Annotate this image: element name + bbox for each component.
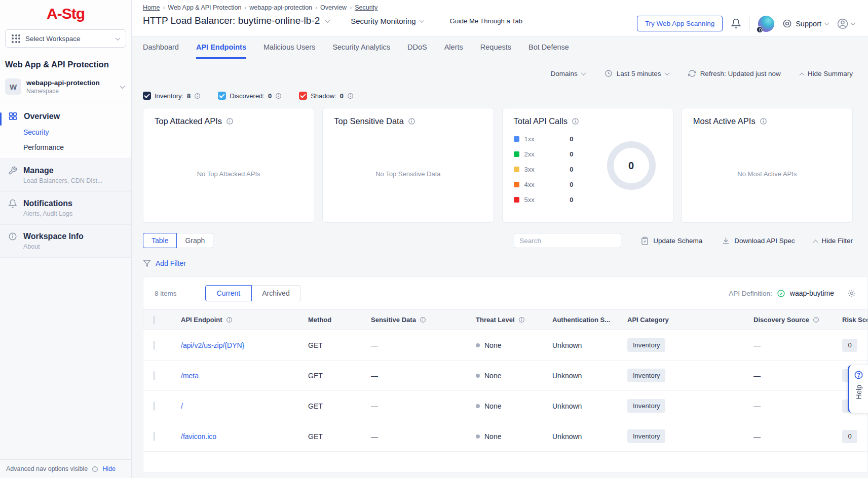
card-title: Total API Calls xyxy=(514,116,568,126)
workspace-selector[interactable]: Select Workspace xyxy=(5,29,126,48)
download-api-spec-button[interactable]: Download API Spec xyxy=(722,236,795,245)
guide-me-link[interactable]: Guide Me Through a Tab xyxy=(450,17,522,25)
endpoint-link[interactable]: /favicon.ico xyxy=(172,432,216,441)
hide-filter-toggle[interactable]: Hide Filter xyxy=(814,237,853,245)
chevron-down-icon[interactable] xyxy=(325,18,330,23)
authentication-cell: Unknown xyxy=(552,402,582,410)
update-schema-label: Update Schema xyxy=(653,237,702,245)
info-icon[interactable] xyxy=(347,93,354,99)
discovery-source-cell: — xyxy=(753,402,761,410)
api-category-chip: Inventory xyxy=(627,369,665,382)
inventory-checkbox[interactable] xyxy=(143,92,151,100)
sensitive-data-cell: — xyxy=(371,432,378,441)
counter-value: 8 xyxy=(187,92,191,100)
namespace-name: webapp-api-protection xyxy=(26,79,116,87)
info-icon[interactable] xyxy=(572,117,579,125)
info-icon xyxy=(92,466,98,472)
column-header-api-endpoint: API Endpoint xyxy=(181,316,222,324)
breadcrumb-current[interactable]: Security xyxy=(355,4,378,11)
hide-nav-link[interactable]: Hide xyxy=(102,465,116,472)
archived-tab-button[interactable]: Archived xyxy=(252,285,300,301)
row-checkbox[interactable] xyxy=(154,341,155,350)
tab-alerts[interactable]: Alerts xyxy=(444,43,463,58)
endpoint-link[interactable]: /meta xyxy=(172,372,199,380)
card-title: Most Active APIs xyxy=(693,116,756,126)
sidebar-item-performance[interactable]: Performance xyxy=(0,136,131,151)
endpoint-link[interactable]: / xyxy=(172,402,183,410)
legend-swatch xyxy=(514,167,519,172)
tab-api-endpoints[interactable]: API Endpoints xyxy=(196,43,246,59)
endpoint-link[interactable]: /api/v2/us-zip/{DYN} xyxy=(172,341,244,349)
threat-level-dot xyxy=(476,343,480,347)
help-tab[interactable]: Help xyxy=(848,365,868,413)
threat-level-dot xyxy=(476,374,480,378)
breadcrumb-item[interactable]: Web App & API Protection xyxy=(168,4,241,11)
sidebar-item-overview[interactable]: Overview xyxy=(0,111,131,121)
hide-summary-toggle[interactable]: Hide Summary xyxy=(800,70,853,77)
card-most-active-apis: Most Active APIs No Most Active APIs xyxy=(682,108,853,223)
sidebar-item-label: Overview xyxy=(24,112,60,121)
account-menu[interactable] xyxy=(837,18,855,30)
info-icon[interactable] xyxy=(813,316,819,323)
bell-icon[interactable] xyxy=(731,18,741,29)
info-icon[interactable] xyxy=(226,316,233,323)
tab-dashboard[interactable]: Dashboard xyxy=(143,43,179,58)
table-row: /favicon.ico GET — None Unknown Inventor… xyxy=(143,421,868,452)
tab-malicious-users[interactable]: Malicious Users xyxy=(263,43,315,58)
sidebar-item-security[interactable]: Security xyxy=(0,121,131,136)
tab-security-analytics[interactable]: Security Analytics xyxy=(332,43,390,58)
api-category-chip: Inventory xyxy=(627,429,665,443)
sidebar-nav-overview-group: Overview Security Performance xyxy=(0,103,131,158)
life-buoy-icon xyxy=(782,19,792,28)
api-definition-value[interactable]: waap-buytime xyxy=(790,289,834,297)
sidebar-item-label: Workspace Info xyxy=(23,232,84,241)
breadcrumb-home[interactable]: Home xyxy=(143,4,160,11)
row-checkbox[interactable] xyxy=(154,432,155,441)
info-icon[interactable] xyxy=(194,93,201,99)
graph-view-button[interactable]: Graph xyxy=(177,233,213,248)
question-circle-icon xyxy=(854,370,863,380)
gear-icon[interactable] xyxy=(847,289,856,298)
counter-inventory: Inventory: 8 xyxy=(143,92,201,100)
counter-shadow: Shadow: 0 xyxy=(299,92,354,100)
breadcrumb-separator: › xyxy=(163,4,165,11)
row-checkbox[interactable] xyxy=(154,402,155,411)
domains-dropdown[interactable]: Domains xyxy=(551,70,585,77)
select-all-checkbox[interactable] xyxy=(154,315,155,324)
info-icon[interactable] xyxy=(760,117,767,125)
info-icon[interactable] xyxy=(408,117,416,125)
try-web-app-scanning-button[interactable]: Try Web App Scanning xyxy=(637,16,723,31)
monitoring-selector[interactable]: Security Monitoring xyxy=(351,17,423,25)
time-range-dropdown[interactable]: Last 5 minutes xyxy=(605,69,669,77)
refresh-button[interactable]: Refresh: Updated just now xyxy=(688,69,781,77)
search-input[interactable] xyxy=(514,233,621,248)
tab-bot-defense[interactable]: Bot Defense xyxy=(529,43,569,58)
info-icon[interactable] xyxy=(420,316,426,323)
row-checkbox[interactable] xyxy=(154,371,155,380)
breadcrumb-item[interactable]: Overview xyxy=(320,4,347,11)
risk-score-badge: 0 xyxy=(842,430,857,443)
info-icon[interactable] xyxy=(518,316,525,323)
shadow-checkbox[interactable] xyxy=(299,92,307,100)
add-filter-button[interactable]: Add Filter xyxy=(156,259,186,267)
tab-ddos[interactable]: DDoS xyxy=(407,43,427,58)
divider xyxy=(749,17,750,30)
update-schema-button[interactable]: Update Schema xyxy=(640,236,702,245)
support-menu[interactable]: Support xyxy=(782,19,828,28)
discovered-checkbox[interactable] xyxy=(218,92,226,100)
page-title: HTTP Load Balancer: buytime-online-lb-2 xyxy=(143,15,320,26)
sidebar-item-manage[interactable]: Manage Load Balancers, CDN Dist... xyxy=(0,158,131,191)
tab-requests[interactable]: Requests xyxy=(480,43,511,58)
breadcrumb-item[interactable]: webapp-api-protection xyxy=(249,4,312,11)
sidebar-item-workspace-info[interactable]: Workspace Info About xyxy=(0,224,131,257)
chevron-up-icon xyxy=(813,240,818,245)
current-tab-button[interactable]: Current xyxy=(205,285,252,301)
table-view-button[interactable]: Table xyxy=(143,233,177,248)
user-avatar[interactable] xyxy=(758,16,774,32)
sidebar-item-notifications[interactable]: Notifications Alerts, Audit Logs xyxy=(0,191,131,224)
info-icon[interactable] xyxy=(275,93,282,99)
legend-value: 0 xyxy=(570,181,573,188)
namespace-selector[interactable]: W webapp-api-protection Namespace xyxy=(0,76,131,103)
overview-grid-icon xyxy=(8,111,18,121)
info-icon[interactable] xyxy=(226,117,234,125)
